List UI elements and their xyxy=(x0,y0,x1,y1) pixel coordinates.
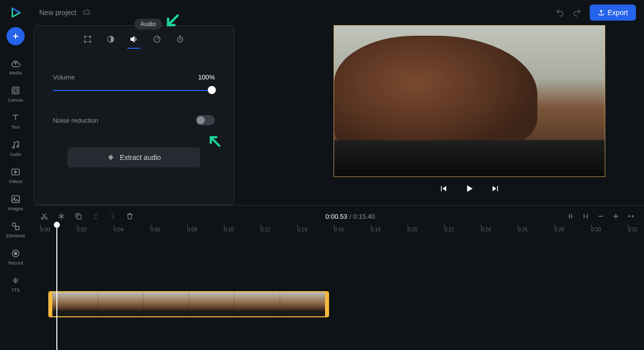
topbar-right: Export xyxy=(555,5,636,21)
sidebar-item-media[interactable]: Media xyxy=(0,54,31,79)
total-time: 0:15.40 xyxy=(353,213,375,220)
sidebar-item-label: Media xyxy=(10,70,22,75)
ruler-tick: 0:26 xyxy=(518,227,527,232)
noise-reduction-label: Noise reduction xyxy=(53,117,98,124)
audio-tooltip: Audio xyxy=(134,19,162,30)
volume-row: Volume 100% xyxy=(53,73,215,81)
tab-transform[interactable] xyxy=(83,35,92,49)
panel-body: Volume 100% Noise reduction Extract audi… xyxy=(34,56,234,167)
clip-thumbnail xyxy=(280,292,326,316)
sidebar-item-label: Audio xyxy=(10,152,21,157)
sidebar-item-images[interactable]: Images xyxy=(0,190,31,215)
ruler-tick: 0:28 xyxy=(554,227,564,232)
ruler-tick: 0:16 xyxy=(334,227,344,232)
properties-panel: Audio Volume 100% xyxy=(33,25,234,205)
ruler-tick: 0:24 xyxy=(481,227,491,232)
sidebar-item-label: TTS xyxy=(12,288,20,293)
split-button[interactable] xyxy=(40,212,48,220)
svg-point-12 xyxy=(85,36,86,37)
redo-button[interactable] xyxy=(573,8,582,17)
sidebar-item-label: Text xyxy=(12,125,20,130)
video-icon xyxy=(11,167,21,177)
canvas-icon xyxy=(11,85,21,96)
waveform-icon xyxy=(11,276,21,286)
sidebar-item-label: Elements xyxy=(6,233,25,238)
clip-handle-right[interactable] xyxy=(325,292,328,316)
layer-down-button xyxy=(109,212,117,220)
timeline-ruler[interactable]: 0:000:020:040:060:080:100:120:140:160:18… xyxy=(40,227,644,241)
app-logo[interactable] xyxy=(8,5,23,20)
delete-button[interactable] xyxy=(126,212,134,220)
volume-label: Volume xyxy=(53,73,74,81)
play-button[interactable] xyxy=(464,183,475,194)
slider-track xyxy=(53,90,215,91)
sidebar-item-text[interactable]: Text xyxy=(0,109,31,134)
tab-audio[interactable] xyxy=(129,35,138,49)
timeline-zoom-controls xyxy=(567,212,635,220)
svg-point-15 xyxy=(90,41,91,42)
sidebar-item-elements[interactable]: Elements xyxy=(0,217,31,242)
export-button[interactable]: Export xyxy=(590,5,636,21)
zoom-fit-button[interactable] xyxy=(627,212,635,220)
undo-button[interactable] xyxy=(555,8,565,17)
freeze-button[interactable] xyxy=(57,212,65,220)
image-icon xyxy=(11,194,21,204)
annotation-arrow-icon xyxy=(206,132,223,149)
clip-thumbnail xyxy=(52,292,98,316)
clip-thumbnail xyxy=(234,292,280,316)
preview-frame-content xyxy=(334,140,605,177)
svg-rect-0 xyxy=(12,87,19,94)
tab-speed[interactable] xyxy=(152,35,162,49)
tab-color[interactable] xyxy=(106,35,115,49)
zoom-out-button[interactable] xyxy=(597,212,605,220)
panel-tab-strip xyxy=(34,32,234,56)
slider-thumb[interactable] xyxy=(208,86,216,94)
left-sidebar: Media Canvas Text Audio Videos Images El… xyxy=(0,0,31,350)
sidebar-item-audio[interactable]: Audio xyxy=(0,136,31,161)
playhead[interactable] xyxy=(56,222,57,350)
video-clip[interactable] xyxy=(48,291,329,317)
topbar-left: New project xyxy=(39,8,92,17)
ruler-tick: 0:14 xyxy=(297,227,307,232)
ruler-tick: 0:18 xyxy=(371,227,380,232)
svg-point-7 xyxy=(12,223,16,226)
project-name[interactable]: New project xyxy=(39,9,76,17)
svg-point-2 xyxy=(13,146,14,148)
svg-point-10 xyxy=(15,252,17,255)
add-button[interactable] xyxy=(7,27,25,45)
volume-slider[interactable] xyxy=(53,86,215,95)
tab-timing[interactable] xyxy=(176,35,185,49)
timeline: 0:00.53 / 0:15.40 0:000:020:040:060:080:… xyxy=(31,205,644,350)
cloud-sync-icon[interactable] xyxy=(83,8,92,17)
svg-rect-8 xyxy=(16,226,19,230)
ruler-tick: 0:32 xyxy=(628,227,637,232)
extract-audio-button[interactable]: Extract audio xyxy=(67,147,200,167)
text-icon xyxy=(11,113,21,123)
preview-canvas[interactable] xyxy=(334,25,605,177)
sidebar-item-canvas[interactable]: Canvas xyxy=(0,81,31,107)
zoom-in-button[interactable] xyxy=(612,212,620,220)
prev-button[interactable] xyxy=(439,184,448,193)
sidebar-item-tts[interactable]: TTS xyxy=(0,272,31,297)
current-time: 0:00.53 xyxy=(326,213,347,220)
toggle-knob xyxy=(197,116,205,124)
volume-value: 100% xyxy=(198,73,215,81)
export-icon xyxy=(598,9,605,16)
trim-out-button[interactable] xyxy=(567,212,575,220)
shapes-icon xyxy=(11,221,21,231)
sidebar-item-record[interactable]: Record xyxy=(0,244,31,270)
ruler-tick: 0:12 xyxy=(261,227,270,232)
next-button[interactable] xyxy=(491,184,500,193)
ruler-tick: 0:04 xyxy=(114,227,123,232)
timeline-tracks[interactable] xyxy=(40,241,644,350)
music-icon xyxy=(11,140,21,150)
record-icon xyxy=(11,248,21,258)
layer-up-button xyxy=(92,212,100,220)
sidebar-item-videos[interactable]: Videos xyxy=(0,163,31,188)
trim-in-button[interactable] xyxy=(582,212,590,220)
preview-area xyxy=(301,25,638,205)
clip-thumbnails xyxy=(52,292,325,316)
duplicate-button[interactable] xyxy=(74,212,83,220)
clip-thumbnail xyxy=(143,292,189,316)
noise-reduction-toggle[interactable] xyxy=(196,115,215,125)
